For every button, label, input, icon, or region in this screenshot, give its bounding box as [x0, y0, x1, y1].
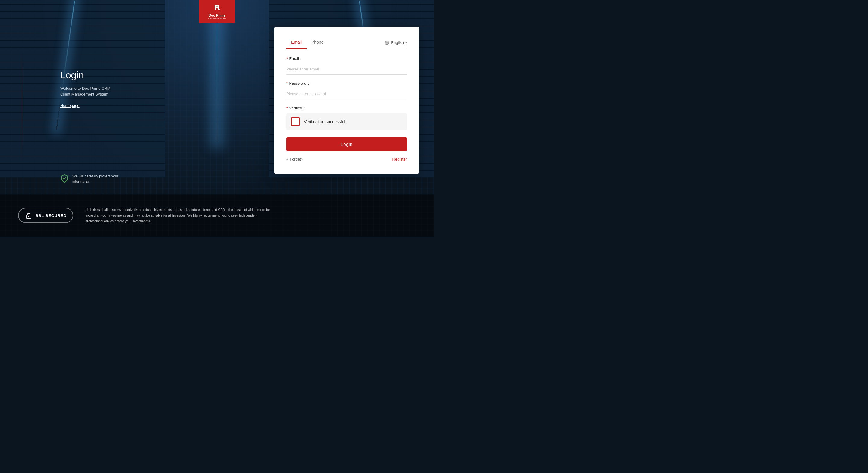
language-selector[interactable]: English ▾ — [384, 40, 407, 45]
form-footer: < Forget? Register — [286, 157, 407, 161]
homepage-link[interactable]: Homepage — [60, 103, 195, 108]
logo-title: Doo Prime — [209, 13, 225, 18]
forget-link[interactable]: < Forget? — [286, 157, 303, 161]
chevron-down-icon: ▾ — [405, 41, 407, 44]
logo-subtitle: Your Private Broker — [208, 18, 226, 20]
ssl-label: SSL SECURED — [36, 213, 67, 218]
verify-text: Verification successful — [304, 119, 345, 124]
shield-icon — [60, 174, 69, 183]
password-label: * Password： — [286, 81, 407, 86]
verify-checkbox[interactable] — [291, 118, 300, 126]
verify-box[interactable]: Verification successful — [286, 113, 407, 130]
email-group: * Email： — [286, 56, 407, 75]
language-label: English — [391, 40, 404, 45]
svg-point-7 — [28, 216, 29, 217]
verified-required-star: * — [286, 106, 288, 111]
email-input[interactable] — [286, 64, 407, 75]
bottom-bar: SSL SECURED High risks shall ensue with … — [0, 194, 434, 236]
verified-label: * Verified： — [286, 105, 407, 111]
login-description: Welcome to Doo Prime CRM Client Manageme… — [60, 86, 195, 97]
security-note: We will carefully protect your informati… — [60, 174, 127, 184]
login-tabs: Email Phone English ▾ — [286, 37, 407, 49]
globe-icon — [384, 40, 390, 45]
lock-icon — [25, 212, 33, 219]
password-group: * Password： — [286, 81, 407, 99]
disclaimer-text: High risks shall ensue with derivative p… — [85, 207, 272, 224]
password-input[interactable] — [286, 89, 407, 99]
password-required-star: * — [286, 81, 288, 86]
login-heading: Login — [60, 70, 195, 81]
security-text: We will carefully protect your informati… — [72, 174, 127, 184]
tab-phone[interactable]: Phone — [307, 37, 328, 49]
ssl-badge: SSL SECURED — [18, 208, 73, 223]
tab-email[interactable]: Email — [286, 37, 307, 49]
email-required-star: * — [286, 56, 288, 61]
register-link[interactable]: Register — [393, 157, 407, 161]
logo: Doo Prime Your Private Broker — [199, 0, 235, 23]
login-button[interactable]: Login — [286, 137, 407, 151]
login-panel: Email Phone English ▾ * Email： * Passwor… — [274, 27, 419, 174]
left-panel: Login Welcome to Doo Prime CRM Client Ma… — [0, 0, 195, 189]
email-label: * Email： — [286, 56, 407, 61]
verified-group: * Verified： Verification successful — [286, 105, 407, 130]
